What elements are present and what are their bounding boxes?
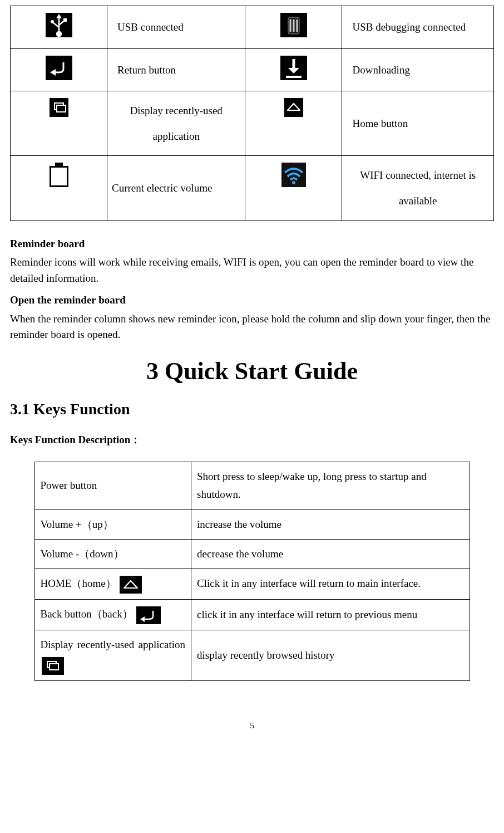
downloading-icon <box>280 56 307 80</box>
svg-point-3 <box>51 20 54 23</box>
wifi-icon-description: WIFI connected, internet is available <box>342 156 494 220</box>
svg-marker-2 <box>56 14 62 18</box>
page-number: 5 <box>10 720 494 732</box>
recent-apps-icon <box>50 98 68 117</box>
section-title: 3.1 Keys Function <box>10 398 494 420</box>
key-name: Power button <box>34 462 191 510</box>
svg-marker-9 <box>50 69 56 76</box>
key-name: HOME（home） <box>34 569 191 600</box>
battery-icon-description: Current electric volume <box>107 156 245 220</box>
table-row: Power button Short press to sleep/wake u… <box>34 462 470 510</box>
usb-icon <box>46 13 72 37</box>
icon-definition-table: USB connected USB debugging connected <box>10 6 494 221</box>
reminder-board-text: Reminder icons will work while receiving… <box>10 254 494 286</box>
home-button-icon <box>120 576 142 594</box>
downloading-icon-description: Downloading <box>342 48 494 91</box>
key-name: Back button（back） <box>34 599 191 630</box>
key-desc: display recently browsed history <box>191 630 470 680</box>
svg-point-15 <box>292 181 295 184</box>
table-row: HOME（home） Click it in any interface wil… <box>34 569 470 600</box>
key-name: Volume -（down） <box>34 540 191 569</box>
usb-debugging-icon <box>280 13 307 37</box>
svg-marker-11 <box>288 68 299 74</box>
svg-rect-14 <box>57 105 66 112</box>
table-row: Back button（back） click it in any interf… <box>34 599 470 630</box>
return-button-icon <box>46 56 72 80</box>
table-row: Display recently-used application displa… <box>34 630 470 680</box>
keys-function-table: Power button Short press to sleep/wake u… <box>34 462 470 681</box>
key-name: Volume +（up） <box>34 509 191 539</box>
home-button-icon <box>284 98 303 117</box>
open-reminder-text: When the reminder column shows new remin… <box>10 311 494 343</box>
table-row: Volume +（up） increase the volume <box>34 509 470 539</box>
key-desc: increase the volume <box>191 509 470 539</box>
return-button-icon <box>136 606 161 624</box>
usb-debugging-icon-description: USB debugging connected <box>342 6 494 49</box>
key-label: Back button（back） <box>41 608 133 620</box>
battery-icon <box>50 163 68 187</box>
key-name: Display recently-used application <box>34 630 191 680</box>
key-desc: Click it in any interface will return to… <box>191 569 470 600</box>
key-label: Display recently-used application <box>41 636 186 654</box>
svg-rect-21 <box>50 664 58 670</box>
key-desc: decrease the volume <box>191 540 470 569</box>
key-desc: Short press to sleep/wake up, long press… <box>191 462 470 510</box>
usb-icon-description: USB connected <box>107 6 245 49</box>
home-button-icon-description: Home button <box>342 91 494 156</box>
svg-rect-17 <box>136 606 161 624</box>
reminder-board-heading: Reminder board <box>10 237 494 252</box>
key-label: HOME（home） <box>41 577 116 589</box>
table-row: Volume -（down） decrease the volume <box>34 540 470 569</box>
recent-apps-icon <box>42 657 64 675</box>
return-button-icon-description: Return button <box>107 48 245 91</box>
wifi-icon <box>281 163 306 187</box>
recent-apps-icon-description: Display recently-used application <box>107 91 245 156</box>
svg-rect-16 <box>120 576 142 594</box>
keys-description-heading: Keys Function Description： <box>10 433 494 448</box>
svg-rect-4 <box>63 18 67 22</box>
chapter-title: 3 Quick Start Guide <box>10 354 494 389</box>
open-reminder-heading: Open the reminder board <box>10 293 494 308</box>
key-desc: click it in any interface will return to… <box>191 599 470 630</box>
